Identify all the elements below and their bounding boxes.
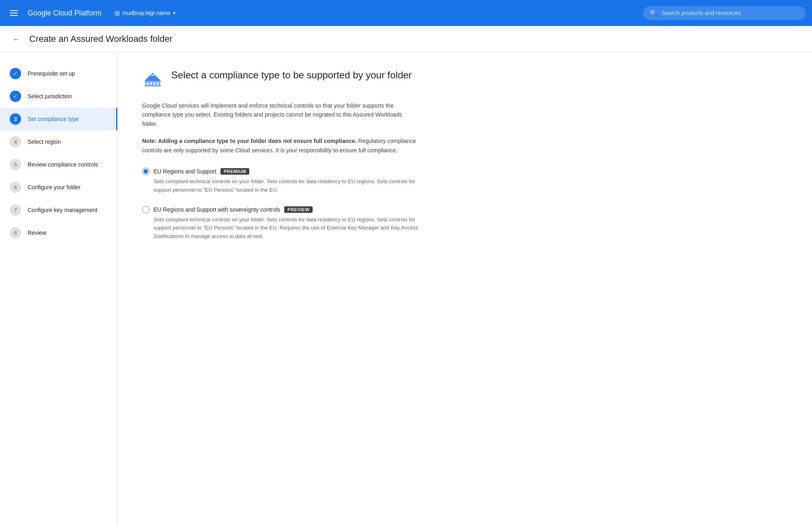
radio-label-row-1: EU Regions and Support PREMIUM (142, 168, 434, 175)
sidebar-item-compliance-type[interactable]: 3 Set compliance type (0, 108, 117, 130)
search-bar[interactable]: 🔍 Search products and resources (643, 6, 806, 20)
sidebar-item-label: Configure your folder (28, 184, 81, 190)
top-navigation: Google Cloud Platform ⊞ mudbray.bigr.nam… (0, 0, 812, 26)
search-placeholder: Search products and resources (662, 10, 741, 16)
step-number: 4 (14, 139, 17, 145)
radio-label-row-2: EU Regions and Support with sovereignty … (142, 206, 434, 213)
page-title: Create an Assured Workloads folder (29, 34, 173, 44)
project-icon: ⊞ (114, 9, 120, 17)
hamburger-menu-button[interactable] (6, 7, 21, 19)
page-header: ← Create an Assured Workloads folder (0, 26, 812, 52)
step-5-circle: 5 (10, 159, 21, 170)
chevron-down-icon: ▾ (173, 10, 175, 16)
sidebar-item-label: Review compliance controls (28, 161, 98, 168)
note-bold-text: Note: Adding a compliance type to your f… (142, 138, 356, 144)
svg-rect-5 (158, 82, 160, 86)
svg-marker-7 (145, 73, 161, 81)
step-1-circle: ✓ (10, 68, 21, 79)
search-icon: 🔍 (650, 9, 658, 17)
premium-badge: PREMIUM (220, 168, 249, 175)
google-cloud-logo: Google Cloud Platform (28, 9, 102, 17)
sidebar-item-label: Select region (28, 139, 61, 145)
project-selector[interactable]: ⊞ mudbray.bigr.name ▾ (111, 8, 179, 19)
step-8-circle: 8 (10, 227, 21, 238)
radio-label-eu-sovereignty[interactable]: EU Regions and Support with sovereignty … (153, 206, 280, 213)
back-arrow-icon: ← (12, 35, 20, 44)
step-number: 6 (14, 184, 17, 190)
sidebar-item-review[interactable]: 8 Review (0, 221, 117, 244)
radio-eu-regions-support[interactable] (142, 168, 149, 175)
bank-building-icon (142, 69, 163, 90)
content-section-title: Select a compliance type to be supported… (171, 69, 412, 81)
svg-rect-1 (145, 82, 147, 86)
checkmark-icon: ✓ (13, 93, 18, 100)
svg-rect-6 (145, 81, 161, 82)
radio-label-eu-regions-support[interactable]: EU Regions and Support (153, 168, 216, 175)
step-7-circle: 7 (10, 204, 21, 216)
step-number: 5 (14, 162, 17, 168)
step-number: 7 (14, 207, 17, 213)
radio-option-eu-regions-support: EU Regions and Support PREMIUM Sets comp… (142, 168, 434, 195)
sidebar: ✓ Prerequisite set up ✓ Select jurisdict… (0, 52, 118, 526)
preview-badge: PREVIEW (284, 206, 313, 213)
sidebar-item-configure-key[interactable]: 7 Configure key management (0, 199, 117, 221)
step-number: 3 (14, 116, 17, 122)
sidebar-item-jurisdiction[interactable]: ✓ Select jurisdiction (0, 85, 117, 108)
radio-eu-sovereignty[interactable] (142, 206, 149, 213)
sidebar-item-label: Select jurisdiction (28, 93, 72, 100)
step-4-circle: 4 (10, 136, 21, 147)
sidebar-item-region[interactable]: 4 Select region (0, 130, 117, 153)
step-number: 8 (14, 230, 17, 236)
sidebar-item-label: Prerequisite set up (28, 70, 75, 77)
radio-description-eu-sovereignty: Sets compliant technical controls on you… (142, 216, 418, 241)
step-3-circle: 3 (10, 113, 21, 125)
sidebar-item-label: Configure key management (28, 207, 97, 213)
description-paragraph: Google Cloud services will implement and… (142, 101, 418, 128)
sidebar-item-configure-folder[interactable]: 6 Configure your folder (0, 176, 117, 199)
project-name: mudbray.bigr.name (122, 10, 171, 16)
content-area: Select a compliance type to be supported… (118, 52, 812, 526)
step-2-circle: ✓ (10, 91, 21, 102)
sidebar-item-label: Review (28, 229, 46, 236)
svg-rect-2 (149, 82, 150, 86)
radio-option-eu-sovereignty: EU Regions and Support with sovereignty … (142, 206, 434, 241)
sidebar-item-label: Set compliance type (28, 116, 79, 122)
svg-rect-8 (151, 74, 154, 76)
sidebar-item-prerequisite[interactable]: ✓ Prerequisite set up (0, 62, 117, 85)
content-header: Select a compliance type to be supported… (142, 69, 788, 90)
svg-rect-3 (152, 82, 153, 86)
svg-rect-4 (155, 82, 157, 86)
note-paragraph: Note: Adding a compliance type to your f… (142, 136, 418, 155)
back-button[interactable]: ← (10, 32, 23, 45)
sidebar-item-review-controls[interactable]: 5 Review compliance controls (0, 153, 117, 176)
main-layout: ✓ Prerequisite set up ✓ Select jurisdict… (0, 52, 812, 526)
step-6-circle: 6 (10, 182, 21, 193)
checkmark-icon: ✓ (13, 70, 18, 77)
radio-description-eu-regions-support: Sets compliant technical controls on you… (142, 177, 418, 195)
